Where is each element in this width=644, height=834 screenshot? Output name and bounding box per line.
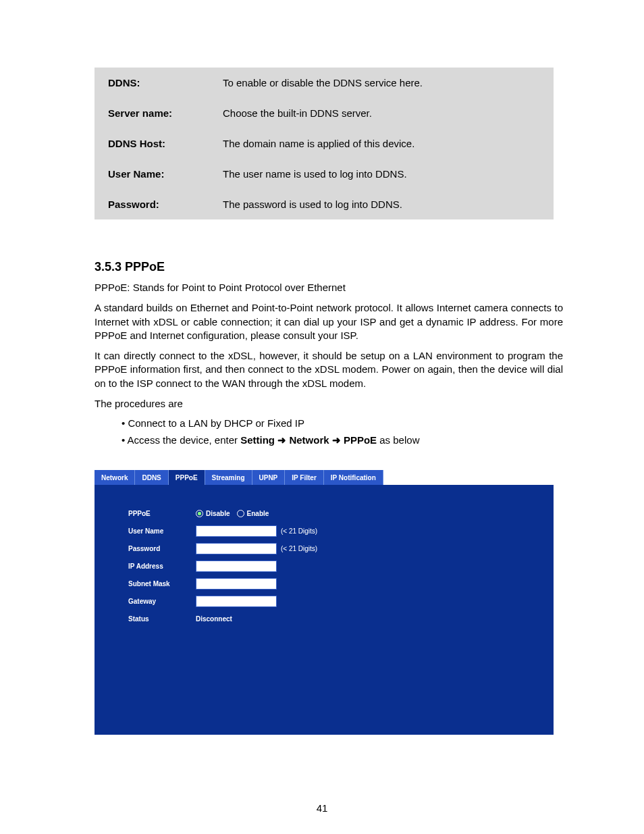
- label-status: Status: [128, 615, 196, 623]
- param-key: DDNS Host:: [95, 128, 209, 159]
- tab-streaming[interactable]: Streaming: [205, 470, 252, 485]
- hint-text: (< 21 Digits): [281, 527, 317, 535]
- param-key: User Name:: [95, 159, 209, 189]
- param-val: To enable or disable the DDNS service he…: [209, 68, 554, 98]
- label-ipaddress: IP Address: [128, 563, 196, 570]
- paragraph: The procedures are: [95, 397, 563, 411]
- gateway-input[interactable]: [196, 596, 277, 607]
- status-value: Disconnect: [196, 615, 232, 623]
- param-val: The user name is used to log into DDNS.: [209, 159, 554, 189]
- tab-ddns[interactable]: DDNS: [135, 470, 168, 485]
- tab-bar: Network DDNS PPPoE Streaming UPNP IP Fil…: [95, 470, 554, 485]
- param-key: Server name:: [95, 98, 209, 128]
- param-val: The domain name is applied of this devic…: [209, 128, 554, 159]
- arrow-icon: ➜: [275, 434, 289, 446]
- arrow-icon: ➜: [329, 434, 344, 446]
- password-input[interactable]: [196, 543, 277, 554]
- procedure-list: • Connect to a LAN by DHCP or Fixed IP •…: [122, 417, 563, 446]
- label-subnetmask: Subnet Mask: [128, 580, 196, 588]
- radio-enable[interactable]: Enable: [237, 510, 269, 517]
- radio-disable[interactable]: Disable: [196, 510, 230, 517]
- tab-pppoe[interactable]: PPPoE: [169, 470, 205, 485]
- tab-network[interactable]: Network: [95, 470, 135, 485]
- paragraph: A standard builds on Ethernet and Point-…: [95, 301, 563, 342]
- ddns-parameters-table: DDNS:To enable or disable the DDNS servi…: [95, 68, 554, 219]
- label-gateway: Gateway: [128, 598, 196, 605]
- page-number: 41: [0, 802, 644, 814]
- label-password: Password: [128, 545, 196, 552]
- label-username: User Name: [128, 527, 196, 535]
- param-key: DDNS:: [95, 68, 209, 98]
- param-val: Choose the built-in DDNS server.: [209, 98, 554, 128]
- screenshot-pppoe-panel: Network DDNS PPPoE Streaming UPNP IP Fil…: [95, 470, 554, 735]
- radio-dot-icon: [196, 510, 203, 517]
- tab-ipnotification[interactable]: IP Notification: [324, 470, 383, 485]
- param-val: The password is used to log into DDNS.: [209, 189, 554, 219]
- list-item: • Access the device, enter Setting ➜ Net…: [122, 434, 563, 446]
- ipaddress-input[interactable]: [196, 561, 277, 572]
- tab-ipfilter[interactable]: IP Filter: [285, 470, 324, 485]
- hint-text: (< 21 Digits): [281, 545, 317, 552]
- username-input[interactable]: [196, 525, 277, 537]
- tab-upnp[interactable]: UPNP: [252, 470, 286, 485]
- list-item: • Connect to a LAN by DHCP or Fixed IP: [122, 417, 563, 429]
- label-pppoe: PPPoE: [128, 510, 196, 517]
- paragraph: It can directly connect to the xDSL, how…: [95, 349, 563, 390]
- subnetmask-input[interactable]: [196, 578, 277, 590]
- section-heading: 3.5.3 PPPoE: [95, 260, 563, 274]
- pppoe-form-panel: PPPoE Disable Enable User Name (< 21 Dig…: [95, 485, 554, 735]
- radio-dot-icon: [237, 510, 244, 517]
- paragraph: PPPoE: Stands for Point to Point Protoco…: [95, 281, 563, 294]
- param-key: Password:: [95, 189, 209, 219]
